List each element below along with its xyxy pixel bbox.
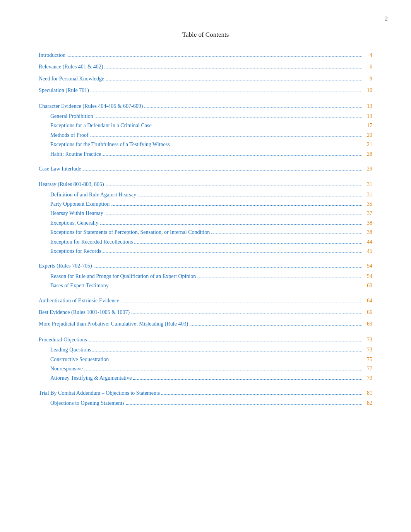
toc-link-attorney-testifying[interactable]: Attorney Testifying & Argumentative [50,374,363,382]
toc-entry-hearsay-within-hearsay: Hearsay Within Hearsay37 [39,209,372,218]
toc-label-reason-rule: Reason for Rule and Prongs for Qualifica… [50,272,196,281]
toc-entry-general-prohibition: General Prohibition13 [39,112,372,121]
toc-label-objections-opening: Objections to Opening Statements [50,399,125,408]
toc-page-trial-combat: 81 [363,389,372,397]
toc-entry-nonresponsive: Nonresponsive77 [39,365,372,373]
toc-page-personal-knowledge: 9 [363,75,372,83]
toc-page-bases-expert: 60 [363,281,372,290]
toc-entry-exceptions-perception: Exceptions for Statements of Perception,… [39,228,372,237]
toc-link-relevance[interactable]: Relevance (Rules 401 & 402) [39,63,363,71]
toc-dots-reason-rule [197,278,361,278]
toc-entry-leading-questions: Leading Questions73 [39,346,372,354]
toc-link-constructive-sequestration[interactable]: Constructive Sequestration [50,355,363,364]
toc-entry-experts: Experts (Rules 702-705)54 [39,262,372,270]
toc-dots-more-prejudicial [190,325,361,326]
toc-entry-introduction: Introduction4 [39,51,372,60]
toc-link-reason-rule[interactable]: Reason for Rule and Prongs for Qualifica… [50,272,363,281]
toc-entry-exceptions-truthfulness: Exceptions for the Truthfulness of a Tes… [39,140,372,149]
toc-link-bases-expert[interactable]: Bases of Expert Testimony [50,281,363,290]
toc-label-attorney-testifying: Attorney Testifying & Argumentative [50,374,132,382]
toc-link-procedural-objections[interactable]: Procedural Objections [39,336,363,344]
toc-page-exceptions-perception: 38 [363,228,372,237]
toc-link-hearsay[interactable]: Hearsay (Rules 801-803, 805) [39,180,363,189]
toc-dots-general-prohibition [95,118,361,118]
toc-entry-reason-rule: Reason for Rule and Prongs for Qualifica… [39,272,372,281]
toc-title: Table of Contents [39,31,372,39]
toc-entry-attorney-testifying: Attorney Testifying & Argumentative79 [39,374,372,382]
toc-label-hearsay-within-hearsay: Hearsay Within Hearsay [50,209,103,218]
toc-entry-relevance: Relevance (Rules 401 & 402)6 [39,63,372,71]
toc-link-speculation[interactable]: Speculation (Rule 701) [39,86,363,95]
toc-label-bases-expert: Bases of Expert Testimony [50,281,109,290]
toc-link-methods-of-proof[interactable]: Methods of Proof [50,131,363,140]
toc-entry-methods-of-proof: Methods of Proof20 [39,131,372,140]
toc-link-exceptions-generally[interactable]: Exceptions, Generally [50,219,363,227]
toc-link-exceptions-records[interactable]: Exceptions for Records [50,247,363,256]
toc-link-exceptions-perception[interactable]: Exceptions for Statements of Perception,… [50,228,363,237]
toc-page-best-evidence: 66 [363,308,372,317]
toc-page-definition-hearsay: 31 [363,191,372,199]
toc-link-case-law[interactable]: Case Law Interlude [39,165,363,173]
toc-label-procedural-objections: Procedural Objections [39,336,87,344]
toc-dots-experts [94,267,361,268]
toc-entry-party-opponent: Party Opponent Exemption35 [39,200,372,208]
toc-label-personal-knowledge: Need for Personal Knowledge [39,75,104,83]
toc-link-habit-routine[interactable]: Habit; Routine Practice [50,150,363,159]
toc-entry-authentication: Authentication of Extrinsic Evidence64 [39,297,372,305]
toc-link-general-prohibition[interactable]: General Prohibition [50,112,363,121]
toc-dots-attorney-testifying [133,379,361,380]
toc-link-introduction[interactable]: Introduction [39,51,363,60]
toc-link-hearsay-within-hearsay[interactable]: Hearsay Within Hearsay [50,209,363,218]
toc-dots-best-evidence [131,314,361,314]
toc-link-authentication[interactable]: Authentication of Extrinsic Evidence [39,297,363,305]
toc-page-exception-recorded: 44 [363,238,372,246]
toc-label-best-evidence: Best Evidence (Rules 1001-1005 & 1007) [39,308,130,317]
toc-page-attorney-testifying: 79 [363,374,372,382]
toc-label-party-opponent: Party Opponent Exemption [50,200,110,208]
toc-link-leading-questions[interactable]: Leading Questions [50,346,363,354]
toc-page-hearsay-within-hearsay: 37 [363,209,372,218]
toc-link-party-opponent[interactable]: Party Opponent Exemption [50,200,363,208]
toc-link-exceptions-truthfulness[interactable]: Exceptions for the Truthfulness of a Tes… [50,140,363,149]
toc-link-more-prejudicial[interactable]: More Prejudicial than Probative; Cumulat… [39,320,363,328]
toc-page-nonresponsive: 77 [363,365,372,373]
toc-page-party-opponent: 35 [363,200,372,208]
toc-dots-objections-opening [126,404,361,405]
toc-dots-hearsay [106,186,361,186]
toc-link-definition-hearsay[interactable]: Definition of and Rule Against Hearsay [50,191,363,199]
toc-link-objections-opening[interactable]: Objections to Opening Statements [50,399,363,408]
toc-label-exceptions-truthfulness: Exceptions for the Truthfulness of a Tes… [50,140,170,149]
toc-link-exceptions-defendant[interactable]: Exceptions for a Defendant in a Criminal… [50,121,363,130]
toc-link-best-evidence[interactable]: Best Evidence (Rules 1001-1005 & 1007) [39,308,363,317]
toc-label-leading-questions: Leading Questions [50,346,91,354]
toc-page-character-evidence: 13 [363,102,372,111]
toc-link-trial-combat[interactable]: Trial By Combat Addendum – Objections to… [39,389,363,397]
toc-label-relevance: Relevance (Rules 401 & 402) [39,63,103,71]
toc-label-exceptions-generally: Exceptions, Generally [50,219,98,227]
toc-entry-definition-hearsay: Definition of and Rule Against Hearsay31 [39,191,372,199]
toc-entry-constructive-sequestration: Constructive Sequestration75 [39,355,372,364]
toc-dots-relevance [104,68,361,68]
toc-dots-procedural-objections [89,341,361,341]
toc-link-exception-recorded[interactable]: Exception for Recorded Recollections [50,238,363,246]
toc-page-introduction: 4 [363,51,372,60]
toc-link-character-evidence[interactable]: Character Evidence (Rules 404-406 & 607-… [39,102,363,111]
toc-entry-personal-knowledge: Need for Personal Knowledge9 [39,75,372,83]
toc-dots-exceptions-defendant [153,127,361,127]
toc-label-definition-hearsay: Definition of and Rule Against Hearsay [50,191,136,199]
toc-label-exceptions-perception: Exceptions for Statements of Perception,… [50,228,210,237]
toc-link-personal-knowledge[interactable]: Need for Personal Knowledge [39,75,363,83]
toc-page-objections-opening: 82 [363,399,372,408]
toc-link-nonresponsive[interactable]: Nonresponsive [50,365,363,373]
toc-dots-exceptions-generally [100,224,361,225]
toc-label-hearsay: Hearsay (Rules 801-803, 805) [39,180,104,189]
page-number: 2 [385,15,388,22]
toc-page-exceptions-defendant: 17 [363,121,372,130]
toc-label-habit-routine: Habit; Routine Practice [50,150,101,159]
toc-entry-exception-recorded: Exception for Recorded Recollections44 [39,238,372,246]
toc-label-nonresponsive: Nonresponsive [50,365,83,373]
toc-label-experts: Experts (Rules 702-705) [39,262,92,270]
toc-entry-trial-combat: Trial By Combat Addendum – Objections to… [39,389,372,397]
toc-link-experts[interactable]: Experts (Rules 702-705) [39,262,363,270]
toc-label-exceptions-records: Exceptions for Records [50,247,101,256]
